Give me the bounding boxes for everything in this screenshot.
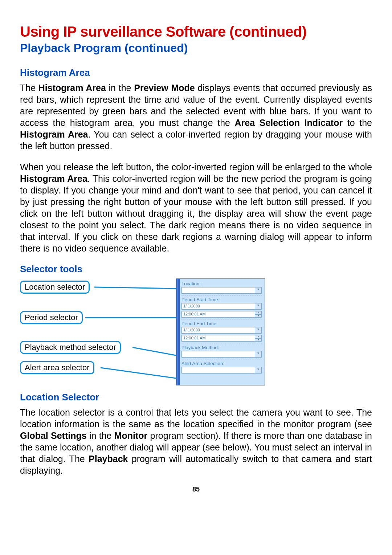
location-selector-paragraph: The location selector is a control that …	[20, 407, 372, 476]
text-bold: Histogram Area	[38, 83, 106, 93]
chevron-down-icon[interactable]: ▾	[255, 327, 262, 334]
heading-location-selector: Location Selector	[20, 392, 372, 403]
period-start-time-field[interactable]: 12:00:01 AM ▴ ▾	[181, 311, 262, 318]
page-title-sub: Playback Program (continued)	[20, 41, 372, 55]
callout-alert-area-selector: Alert area selector	[20, 361, 94, 374]
chevron-down-icon[interactable]: ▾	[255, 351, 262, 358]
period-start-date-value: 1/ 1/2000	[181, 303, 255, 310]
period-end-date-value: 1/ 1/2000	[181, 327, 255, 334]
period-end-time-field[interactable]: 12:00:01 AM ▴ ▾	[181, 335, 262, 342]
location-dropdown[interactable]: ▾	[181, 287, 262, 294]
heading-histogram: Histogram Area	[20, 67, 372, 78]
heading-selector-tools: Selector tools	[20, 264, 372, 275]
text-bold: Global Settings	[20, 430, 87, 441]
panel-playback-label: Playback Method:	[181, 343, 262, 350]
spin-up-icon[interactable]: ▴	[255, 335, 262, 338]
text-bold: Histogram Area	[20, 129, 88, 139]
period-end-time-value: 12:00:01 AM	[181, 335, 255, 342]
panel-period-start-label: Period Start Time:	[181, 295, 262, 302]
chevron-down-icon[interactable]: ▾	[255, 367, 262, 374]
svg-line-0	[94, 287, 176, 289]
text: to the	[343, 118, 372, 128]
text-bold: Playback	[89, 454, 128, 464]
playback-method-dropdown[interactable]: ▾	[181, 351, 262, 358]
manual-page: Using IP surveillance Software (continue…	[0, 0, 392, 555]
callout-period-selector: Period selector	[20, 311, 83, 324]
chevron-down-icon[interactable]: ▾	[255, 303, 262, 310]
text-bold: Area Selection Indicator	[235, 118, 343, 128]
spin-down-icon[interactable]: ▾	[255, 314, 262, 318]
histogram-paragraph-2: When you release the left button, the co…	[20, 161, 372, 254]
histogram-paragraph-1: The Histogram Area in the Preview Mode d…	[20, 82, 372, 152]
spin-up-icon[interactable]: ▴	[255, 311, 262, 314]
callout-playback-method-selector: Playback method selector	[20, 341, 121, 354]
period-start-date-field[interactable]: 1/ 1/2000 ▾	[181, 303, 262, 310]
text: The	[20, 83, 38, 93]
location-value	[181, 287, 255, 294]
panel-location-label: Location :	[181, 281, 262, 286]
text-bold: Preview Mode	[134, 83, 195, 93]
text: When you release the left button, the co…	[20, 162, 372, 172]
chevron-down-icon[interactable]: ▾	[255, 287, 262, 294]
period-end-date-field[interactable]: 1/ 1/2000 ▾	[181, 327, 262, 334]
selector-panel: Location : ▾ Period Start Time: 1/ 1/200…	[176, 278, 265, 385]
spin-down-icon[interactable]: ▾	[255, 338, 262, 342]
period-start-time-value: 12:00:01 AM	[181, 311, 255, 318]
alert-area-dropdown[interactable]: ▾	[181, 367, 262, 374]
text: . This color-inverted region will be the…	[20, 174, 372, 253]
text: in the	[87, 430, 114, 441]
selector-tools-figure: Location selector Period selector Playba…	[20, 278, 372, 387]
playback-method-value	[181, 351, 255, 358]
panel-alert-label: Alert Area Selection:	[181, 359, 262, 366]
alert-area-value	[181, 367, 255, 374]
text-bold: Histogram Area	[20, 174, 87, 184]
text: in the	[106, 83, 134, 93]
panel-period-end-label: Period End Time:	[181, 319, 262, 326]
text: The location selector is a control that …	[20, 407, 372, 429]
text-bold: Monitor	[114, 430, 148, 441]
page-title-main: Using IP surveillance Software (continue…	[20, 24, 372, 40]
svg-line-3	[101, 368, 176, 378]
page-number: 85	[20, 486, 372, 493]
callout-location-selector: Location selector	[20, 281, 90, 294]
svg-line-2	[132, 347, 176, 355]
